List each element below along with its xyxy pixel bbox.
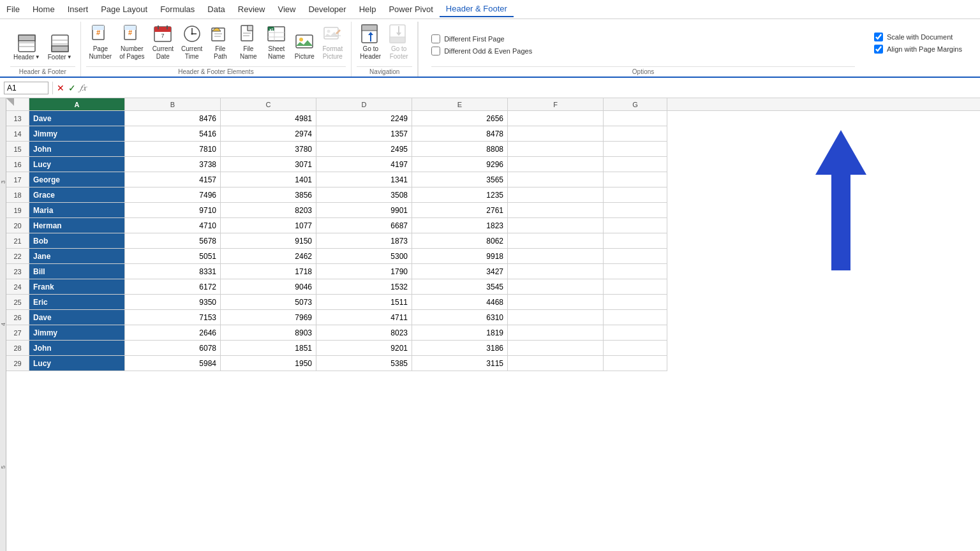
cell-e[interactable]: 9296 [412, 157, 508, 172]
col-header-g[interactable]: G [604, 98, 667, 110]
cell-g[interactable] [604, 264, 667, 279]
cell-c[interactable]: 2974 [221, 126, 316, 142]
cell-b[interactable]: 8331 [125, 264, 221, 279]
cell-f[interactable] [508, 218, 604, 233]
cell-e[interactable]: 1819 [412, 325, 508, 341]
cell-c[interactable]: 3856 [221, 187, 316, 203]
cell-name[interactable]: Lucy [29, 157, 125, 172]
different-odd-even-checkbox[interactable]: Different Odd & Even Pages [431, 47, 855, 55]
cell-name[interactable]: Grace [29, 187, 125, 203]
cell-d[interactable]: 2495 [316, 142, 412, 157]
select-all-button[interactable] [6, 98, 29, 110]
cell-e[interactable]: 2656 [412, 111, 508, 126]
cell-d[interactable]: 1873 [316, 233, 412, 249]
cell-c[interactable]: 3780 [221, 142, 316, 157]
cell-f[interactable] [508, 279, 604, 295]
cell-f[interactable] [508, 172, 604, 187]
format-picture-button[interactable]: FormatPicture [319, 22, 346, 62]
cell-f[interactable] [508, 126, 604, 142]
cell-d[interactable]: 9201 [316, 341, 412, 356]
cell-g[interactable] [604, 295, 667, 310]
cell-g[interactable] [604, 218, 667, 233]
cell-b[interactable]: 7153 [125, 310, 221, 325]
cell-f[interactable] [508, 356, 604, 371]
cell-name[interactable]: Eric [29, 295, 125, 310]
cell-g[interactable] [604, 249, 667, 264]
cell-name[interactable]: Frank [29, 279, 125, 295]
cell-c[interactable]: 9046 [221, 279, 316, 295]
cell-b[interactable]: 4710 [125, 218, 221, 233]
cell-e[interactable]: 3115 [412, 356, 508, 371]
cell-b[interactable]: 3738 [125, 157, 221, 172]
cell-name[interactable]: Jimmy [29, 126, 125, 142]
cell-name[interactable]: John [29, 341, 125, 356]
cell-b[interactable]: 5051 [125, 249, 221, 264]
cell-d[interactable]: 8023 [316, 325, 412, 341]
cell-d[interactable]: 2249 [316, 111, 412, 126]
go-to-header-button[interactable]: Go toHeader [357, 22, 384, 62]
cell-name[interactable]: Maria [29, 203, 125, 218]
cell-e[interactable]: 2761 [412, 203, 508, 218]
cell-b[interactable]: 6172 [125, 279, 221, 295]
scale-with-document-input[interactable] [874, 33, 883, 41]
page-number-button[interactable]: # PageNumber [86, 22, 115, 62]
cell-g[interactable] [604, 279, 667, 295]
cell-b[interactable]: 2646 [125, 325, 221, 341]
menu-item-view[interactable]: View [271, 2, 302, 17]
current-time-button[interactable]: CurrentTime [178, 22, 205, 62]
cell-name[interactable]: Bill [29, 264, 125, 279]
cell-e[interactable]: 6310 [412, 310, 508, 325]
cell-b[interactable]: 5984 [125, 356, 221, 371]
cell-g[interactable] [604, 310, 667, 325]
menu-item-data[interactable]: Data [201, 2, 231, 17]
cell-g[interactable] [604, 157, 667, 172]
cell-b[interactable]: 9350 [125, 295, 221, 310]
cell-d[interactable]: 5385 [316, 356, 412, 371]
cell-g[interactable] [604, 126, 667, 142]
cell-reference-input[interactable] [4, 82, 48, 94]
align-with-margins-input[interactable] [874, 45, 883, 54]
cell-name[interactable]: George [29, 172, 125, 187]
cell-f[interactable] [508, 295, 604, 310]
cell-c[interactable]: 9150 [221, 233, 316, 249]
cell-d[interactable]: 1341 [316, 172, 412, 187]
cell-e[interactable]: 3565 [412, 172, 508, 187]
cancel-formula-icon[interactable]: ✕ [57, 83, 64, 93]
cell-g[interactable] [604, 187, 667, 203]
scale-with-document-checkbox[interactable]: Scale with Document [874, 33, 962, 41]
cell-d[interactable]: 4711 [316, 310, 412, 325]
cell-d[interactable]: 1532 [316, 279, 412, 295]
cell-f[interactable] [508, 203, 604, 218]
align-with-margins-checkbox[interactable]: Align with Page Margins [874, 45, 962, 54]
cell-e[interactable]: 3427 [412, 264, 508, 279]
col-header-a[interactable]: A [29, 98, 125, 110]
menu-item-file[interactable]: File [0, 2, 26, 17]
different-first-page-checkbox[interactable]: Different First Page [431, 34, 855, 43]
cell-e[interactable]: 3545 [412, 279, 508, 295]
col-header-e[interactable]: E [412, 98, 508, 110]
cell-f[interactable] [508, 264, 604, 279]
different-odd-even-input[interactable] [431, 47, 440, 55]
cell-f[interactable] [508, 249, 604, 264]
cell-e[interactable]: 8478 [412, 126, 508, 142]
cell-b[interactable]: 8476 [125, 111, 221, 126]
cell-b[interactable]: 9710 [125, 203, 221, 218]
cell-f[interactable] [508, 111, 604, 126]
menu-item-insert[interactable]: Insert [61, 2, 95, 17]
cell-name[interactable]: Jane [29, 249, 125, 264]
cell-f[interactable] [508, 341, 604, 356]
cell-b[interactable]: 5416 [125, 126, 221, 142]
col-header-b[interactable]: B [125, 98, 221, 110]
sheet-name-button[interactable]: xl SheetName [263, 22, 290, 62]
file-path-button[interactable]: FilePath [207, 22, 234, 62]
menu-item-review[interactable]: Review [232, 2, 272, 17]
cell-name[interactable]: Jimmy [29, 325, 125, 341]
picture-button[interactable]: Picture [291, 29, 318, 62]
formula-input[interactable] [93, 84, 976, 92]
cell-b[interactable]: 5678 [125, 233, 221, 249]
cell-f[interactable] [508, 187, 604, 203]
cell-b[interactable]: 6078 [125, 341, 221, 356]
cell-e[interactable]: 8808 [412, 142, 508, 157]
cell-d[interactable]: 6687 [316, 218, 412, 233]
file-name-button[interactable]: FileName [235, 22, 262, 62]
